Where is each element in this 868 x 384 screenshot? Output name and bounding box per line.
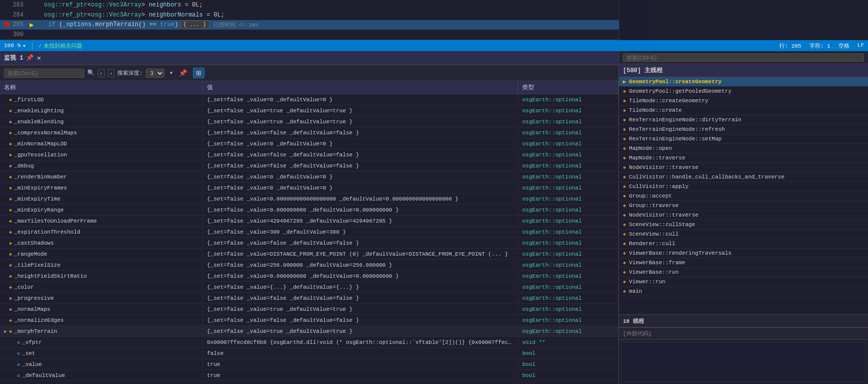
- cs-icon-18: ◈: [623, 250, 626, 256]
- call-stack-item-11[interactable]: ◈ CullVisitor::apply: [619, 182, 868, 191]
- row-name-25: _defaultValue: [22, 372, 65, 378]
- expand-arrow-21[interactable]: ▶: [4, 328, 7, 334]
- call-stack-list: ▶ GeometryPool::createGeometry ◈ Geometr…: [619, 77, 868, 314]
- cell-type-9: osgEarth::optional: [518, 195, 618, 203]
- cs-icon-13: ◈: [623, 203, 626, 209]
- table-row: ▶ ◈ _enableBlending {_set=false _value=t…: [0, 116, 618, 127]
- cell-name-24: ▶ ◇ _value: [0, 360, 203, 368]
- code-right-spacer: [649, 0, 868, 40]
- cell-type-13: osgEarth::optional: [518, 239, 618, 247]
- call-stack-item-19[interactable]: ◈ ViewerBase::frame: [619, 258, 868, 268]
- call-stack-item-16[interactable]: ◈ SceneView::cull: [619, 230, 868, 239]
- call-stack-items-container: ▶ GeometryPool::createGeometry ◈ Geometr…: [619, 77, 868, 296]
- cell-name-10: ▶ ◈ _minExpiryRange: [0, 206, 203, 214]
- cell-value-6: {_set=false _value=false _defaultValue=f…: [203, 162, 518, 170]
- status-issues: ✓ 未找到相关问题: [39, 42, 83, 50]
- cs-icon-2: ◈: [623, 98, 626, 104]
- call-stack-item-8[interactable]: ◈ MapNode::traverse: [619, 153, 868, 163]
- row-icon-25: ◇: [17, 372, 20, 378]
- call-stack-item-22[interactable]: ◈ main: [619, 287, 868, 296]
- cs-name-4: RexTerrainEngineNode::dirtyTerrain: [629, 117, 741, 123]
- cs-name-3: TileNode::create: [629, 107, 682, 113]
- cell-name-15: ▶ ◈ _tilePixelSize: [0, 261, 203, 269]
- call-stack-item-9[interactable]: ◈ NodeVisitor::traverse: [619, 163, 868, 172]
- inline-badge: { ... }: [180, 21, 209, 29]
- call-stack-item-1[interactable]: ◈ GeometryPool::getPooledGeometry: [619, 87, 868, 96]
- call-stack-item-0[interactable]: ▶ GeometryPool::createGeometry: [619, 77, 868, 87]
- row-icon-17: ◈: [9, 284, 12, 290]
- table-row: ▶ ◇ _vfptr 0x00007ffecd8cf6b8 {osgEarthd…: [0, 337, 618, 348]
- row-icon-11: ◈: [9, 218, 12, 224]
- cell-type-17: osgEarth::optional: [518, 283, 618, 291]
- cell-name-22: ▶ ◇ _vfptr: [0, 338, 203, 346]
- cs-name-5: RexTerrainEngineNode::refresh: [629, 126, 725, 132]
- call-stack-item-18[interactable]: ◈ ViewerBase::renderingTraversals: [619, 249, 868, 258]
- search-input[interactable]: [4, 69, 84, 78]
- toolbar-btn-1[interactable]: 📌: [176, 68, 190, 78]
- nav-forward-btn[interactable]: ›: [108, 69, 115, 77]
- call-stack-item-10[interactable]: ◈ CullVisitor::handle_cull_callbacks_and…: [619, 172, 868, 182]
- cell-name-19: ▶ ◈ _normalMaps: [0, 305, 203, 313]
- call-stack-item-7[interactable]: ◈ MapNode::open: [619, 144, 868, 153]
- call-stack-item-3[interactable]: ◈ TileNode::create: [619, 106, 868, 115]
- cell-name-20: ▶ ◈ _normalizeEdges: [0, 316, 203, 324]
- cell-name-6: ▶ ◈ _debug: [0, 162, 203, 170]
- row-icon-5: ◈: [9, 152, 12, 158]
- call-stack-item-14[interactable]: ◈ NodeVisitor::traverse: [619, 211, 868, 220]
- cs-name-1: GeometryPool::getPooledGeometry: [629, 88, 732, 94]
- zoom-dropdown-icon[interactable]: ▾: [23, 43, 26, 49]
- depth-select[interactable]: 31245: [146, 69, 164, 78]
- cs-name-22: main: [629, 288, 642, 294]
- call-stack-item-4[interactable]: ◈ RexTerrainEngineNode::dirtyTerrain: [619, 115, 868, 125]
- cell-name-2: ▶ ◈ _enableBlending: [0, 118, 203, 126]
- cell-value-16: {_set=false _value=0.000000000 _defaultV…: [203, 272, 518, 280]
- call-stack-item-6[interactable]: ◈ RexTerrainEngineNode::setMap: [619, 134, 868, 144]
- status-encoding: LF: [857, 42, 864, 50]
- search-bar: 🔍 ‹ › 搜索深度: 31245 ▾ 📌 ⊞: [0, 65, 618, 81]
- nav-back-btn[interactable]: ‹: [98, 69, 105, 77]
- table-row: ▶ ◈ _minExpiryFrames {_set=false _value=…: [0, 182, 618, 194]
- row-name-8: _minExpiryFrames: [14, 185, 67, 191]
- main-layout: 监视 1 📌 ✕ 🔍 ‹ › 搜索深度: 31245 ▾ 📌 ⊞ 名称 值 类型: [0, 51, 868, 384]
- row-name-13: _castShadows: [14, 240, 54, 246]
- cell-type-4: osgEarth::optional: [518, 140, 618, 148]
- cs-icon-14: ◈: [623, 212, 626, 218]
- toolbar-btn-2[interactable]: ⊞: [193, 68, 204, 78]
- call-stack-search-input[interactable]: [623, 54, 864, 62]
- cell-value-3: {_set=false _value=false _defaultValue=f…: [203, 129, 518, 137]
- table-row: ▶ ◈ _tilePixelSize {_set=false _value=25…: [0, 260, 618, 271]
- cs-icon-11: ◈: [623, 183, 626, 189]
- cell-value-14: {_set=false _value=DISTANCE_FROM_EYE_POI…: [203, 250, 518, 258]
- issues-icon: ✓: [39, 43, 42, 49]
- cell-value-25: true: [203, 371, 518, 379]
- cs-name-18: ViewerBase::renderingTraversals: [629, 250, 732, 256]
- call-stack-item-2[interactable]: ◈ TileNode::createGeometry: [619, 96, 868, 106]
- cs-name-0: GeometryPool::createGeometry: [629, 79, 722, 85]
- cell-value-5: {_set=false _value=false _defaultValue=f…: [203, 151, 518, 159]
- cell-type-10: osgEarth::optional: [518, 206, 618, 214]
- cs-icon-7: ◈: [623, 145, 626, 151]
- cell-name-21[interactable]: ▶ ◈ _morphTerrain: [0, 327, 203, 335]
- cs-name-10: CullVisitor::handle_cull_callbacks_and_t…: [629, 174, 784, 180]
- table-row: ▶ ◈ _maxTilesToUnloadPerFrame {_set=fals…: [0, 216, 618, 227]
- call-stack-header: [580] 主线程: [619, 64, 868, 77]
- call-stack-item-5[interactable]: ◈ RexTerrainEngineNode::refresh: [619, 125, 868, 134]
- cell-type-24: bool: [518, 360, 618, 368]
- call-stack-item-21[interactable]: ◈ Viewer::run: [619, 277, 868, 287]
- call-stack-item-15[interactable]: ◈ SceneView::cullStage: [619, 220, 868, 230]
- table-row: ▶ ◈ _gpuTessellation {_set=false _value=…: [0, 149, 618, 160]
- cs-icon-22: ◈: [623, 288, 626, 294]
- panel-pin[interactable]: 📌: [26, 54, 34, 62]
- cell-type-22: void **: [518, 338, 618, 346]
- cs-name-21: Viewer::run: [629, 279, 666, 285]
- call-stack-item-12[interactable]: ◈ Group::accept: [619, 191, 868, 201]
- call-stack-item-13[interactable]: ◈ Group::traverse: [619, 201, 868, 211]
- table-row: ▶ ◈ _firstLOD {_set=false _value=0 _defa…: [0, 94, 618, 105]
- call-stack-item-17[interactable]: ◈ Renderer::cull: [619, 239, 868, 249]
- table-row: ▶ ◈ _morphTerrain {_set=false _value=tru…: [0, 326, 618, 337]
- cell-type-18: osgEarth::optional: [518, 294, 618, 302]
- panel-close[interactable]: ✕: [37, 54, 41, 62]
- table-row: ▶ ◈ _progressive {_set=false _value=fals…: [0, 293, 618, 304]
- call-stack-item-20[interactable]: ◈ ViewerBase::run: [619, 268, 868, 277]
- cell-type-25: bool: [518, 371, 618, 379]
